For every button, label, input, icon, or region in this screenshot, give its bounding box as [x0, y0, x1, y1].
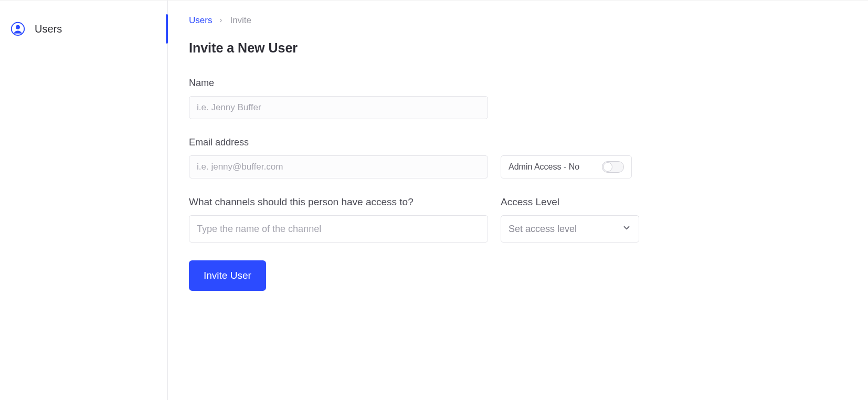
sidebar-item-users[interactable]: Users	[0, 18, 167, 39]
breadcrumb: Users Invite	[189, 15, 847, 26]
breadcrumb-current: Invite	[230, 15, 251, 26]
sidebar: Users	[0, 1, 168, 400]
email-label: Email address	[189, 137, 488, 148]
email-input[interactable]	[189, 155, 488, 178]
invite-user-button[interactable]: Invite User	[189, 260, 266, 291]
chevron-right-icon	[218, 16, 224, 25]
admin-access-toggle[interactable]	[602, 161, 624, 173]
admin-access-label: Admin Access - No	[509, 162, 579, 172]
channels-input[interactable]	[189, 215, 488, 243]
access-level-placeholder: Set access level	[509, 224, 577, 235]
main-content: Users Invite Invite a New User Name Emai…	[168, 1, 868, 400]
admin-access-box: Admin Access - No	[501, 155, 632, 178]
breadcrumb-root-link[interactable]: Users	[189, 15, 212, 26]
invite-form: Name Email address Admin Access - No	[189, 78, 847, 291]
user-icon	[10, 22, 25, 36]
name-label: Name	[189, 78, 488, 89]
form-row-channels: What channels should this person have ac…	[189, 196, 847, 243]
access-level-select[interactable]: Set access level	[501, 215, 639, 243]
app-root: Users Users Invite Invite a New User Nam…	[0, 0, 868, 400]
chevron-down-icon	[622, 223, 631, 235]
toggle-knob	[603, 162, 612, 172]
form-row-name: Name	[189, 78, 847, 119]
svg-point-1	[16, 25, 20, 29]
form-row-email: Email address Admin Access - No	[189, 137, 847, 178]
channels-label: What channels should this person have ac…	[189, 196, 488, 208]
sidebar-item-label: Users	[35, 23, 62, 35]
name-input[interactable]	[189, 96, 488, 119]
page-title: Invite a New User	[189, 40, 847, 56]
access-level-label: Access Level	[501, 196, 639, 208]
